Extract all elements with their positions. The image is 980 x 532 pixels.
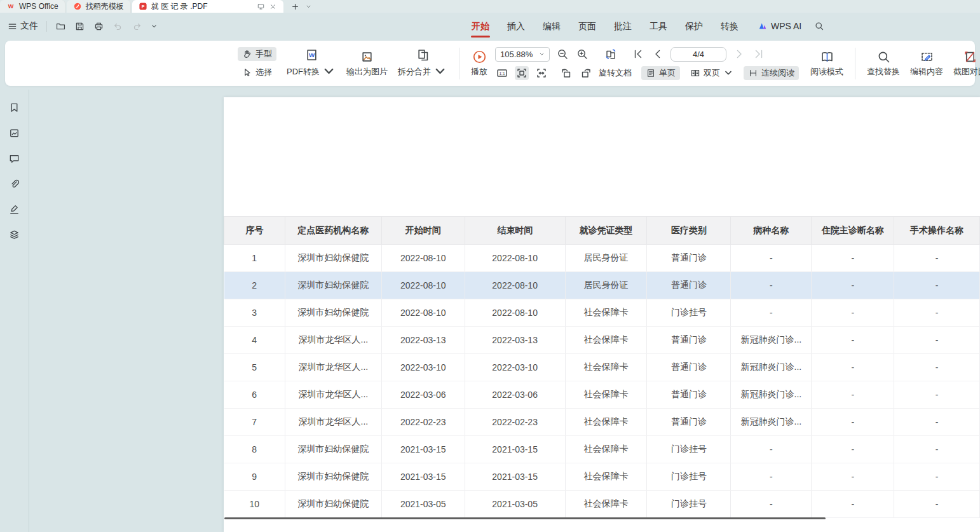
comment-icon[interactable]	[8, 153, 20, 165]
close-tab-icon[interactable]	[269, 3, 277, 11]
menu-bar: 文件 开始插入编辑页面批注工具保护转换 WPS AI	[0, 13, 980, 39]
file-menu-button[interactable]: 文件	[8, 20, 38, 32]
thumbnail-icon[interactable]	[8, 127, 20, 139]
table-cell: 3	[224, 299, 285, 327]
wps-ai-icon	[758, 21, 768, 31]
actual-size-icon[interactable]: 1:1	[495, 66, 509, 80]
find-replace-button[interactable]: 查找替换	[862, 50, 905, 78]
zoom-in-icon[interactable]	[575, 47, 589, 61]
table-cell: 普通门诊	[647, 272, 731, 299]
menu-item[interactable]: 编辑	[534, 13, 569, 39]
table-cell: -	[894, 409, 980, 436]
export-image-button[interactable]: 输出为图片	[341, 50, 393, 78]
ribbon-search-icon[interactable]	[814, 21, 824, 31]
rotate-left-icon[interactable]	[559, 66, 573, 80]
previous-page-icon[interactable]	[651, 47, 665, 61]
table-cell: 深圳市妇幼保健院	[285, 491, 381, 518]
table-cell: -	[812, 327, 894, 354]
table-cell: -	[894, 463, 980, 491]
layers-icon[interactable]	[8, 229, 20, 241]
horizontal-scrollbar[interactable]	[224, 517, 826, 519]
fit-width-icon[interactable]	[534, 66, 548, 80]
table-cell: 2021-03-15	[465, 436, 565, 463]
select-tool-button[interactable]: 选择	[238, 65, 276, 79]
last-page-icon[interactable]	[752, 47, 766, 61]
pdf-convert-button[interactable]: W PDF转换	[282, 48, 341, 79]
zoom-value: 105.88%	[500, 50, 533, 59]
first-page-icon[interactable]	[631, 47, 645, 61]
quick-access-chevron-icon[interactable]	[151, 23, 158, 30]
table-cell: 5	[224, 354, 285, 381]
redo-icon[interactable]	[132, 21, 142, 32]
table-cell: 2021-03-15	[381, 463, 465, 491]
table-cell: -	[731, 491, 812, 518]
save-icon[interactable]	[74, 21, 85, 32]
play-button[interactable]: 播放	[466, 50, 493, 78]
tab-docer-templates[interactable]: 找稻壳模板	[67, 0, 131, 13]
content-area: 序号定点医药机构名称开始时间结束时间就诊凭证类型医疗类别病种名称住院主诊断名称手…	[0, 90, 980, 532]
bookmark-icon[interactable]	[8, 102, 20, 114]
tab-bar: W WPS Office 找稻壳模板 P 就 医 记 录 .PDF	[0, 0, 980, 13]
table-cell: 普通门诊	[647, 381, 731, 409]
screenshot-compare-button[interactable]: 截图对比	[948, 50, 980, 78]
table-cell: 2	[224, 272, 285, 299]
attachment-icon[interactable]	[8, 178, 20, 190]
table-cell: 2022-03-10	[465, 354, 565, 381]
menu-item[interactable]: 批注	[605, 13, 641, 39]
export-image-label: 输出为图片	[346, 66, 388, 78]
table-cell: 社会保障卡	[565, 463, 647, 491]
find-replace-label: 查找替换	[867, 66, 900, 78]
page-flip-icon[interactable]	[604, 47, 618, 61]
zoom-out-icon[interactable]	[555, 47, 569, 61]
next-page-icon[interactable]	[732, 47, 746, 61]
wps-logo-icon: W	[6, 2, 15, 11]
play-label: 播放	[471, 66, 487, 78]
table-cell: 深圳市妇幼保健院	[285, 272, 381, 299]
print-icon[interactable]	[93, 21, 104, 32]
table-cell: -	[731, 436, 812, 463]
table-cell: -	[812, 463, 894, 491]
menu-item[interactable]: 开始	[463, 13, 498, 39]
ribbon-tabs: 开始插入编辑页面批注工具保护转换 WPS AI	[463, 13, 824, 39]
table-cell: -	[894, 381, 980, 409]
monitor-icon[interactable]	[257, 3, 265, 11]
menu-item[interactable]: 页面	[569, 13, 605, 39]
tab-wps-office[interactable]: W WPS Office	[0, 0, 65, 13]
table-cell: 普通门诊	[647, 245, 731, 272]
split-merge-button[interactable]: 拆分合并	[393, 48, 453, 79]
column-header: 就诊凭证类型	[565, 217, 647, 245]
continuous-read-button[interactable]: 连续阅读	[744, 66, 799, 80]
pdf-page[interactable]: 序号定点医药机构名称开始时间结束时间就诊凭证类型医疗类别病种名称住院主诊断名称手…	[224, 97, 980, 532]
table-row: 1深圳市妇幼保健院2022-08-102022-08-10居民身份证普通门诊--…	[224, 245, 980, 272]
table-cell: 深圳市妇幼保健院	[285, 436, 381, 463]
menu-item[interactable]: 插入	[498, 13, 534, 39]
column-header: 手术操作名称	[894, 217, 980, 245]
table-cell: 2022-02-23	[381, 409, 465, 436]
double-page-button[interactable]: 双页	[686, 66, 738, 80]
tab-list-chevron-icon[interactable]	[306, 4, 311, 10]
new-tab-icon[interactable]	[291, 3, 299, 11]
open-file-icon[interactable]	[55, 21, 66, 32]
svg-text:P: P	[141, 4, 144, 9]
fit-page-icon[interactable]	[515, 66, 529, 80]
signature-icon[interactable]	[8, 203, 20, 215]
table-cell: 9	[224, 463, 285, 491]
book-icon	[820, 50, 834, 64]
menu-item[interactable]: 工具	[641, 13, 676, 39]
menu-item[interactable]: 转换	[712, 13, 747, 39]
tab-document[interactable]: P 就 医 记 录 .PDF	[132, 0, 283, 13]
table-cell: 10	[224, 491, 285, 518]
divider	[46, 21, 47, 32]
undo-icon[interactable]	[112, 21, 123, 32]
zoom-level-select[interactable]: 105.88%	[495, 47, 550, 62]
single-page-button[interactable]: 单页	[641, 66, 680, 80]
menu-item[interactable]: 保护	[676, 13, 712, 39]
rotate-right-icon[interactable]	[579, 66, 593, 80]
edit-content-button[interactable]: 编辑内容	[905, 50, 948, 78]
tab-label: 就 医 记 录 .PDF	[151, 1, 208, 12]
read-mode-button[interactable]: 阅读模式	[805, 50, 848, 78]
wps-ai-button[interactable]: WPS AI	[758, 21, 801, 31]
hand-tool-button[interactable]: 手型	[238, 47, 276, 61]
page-number-input[interactable]: 4/4	[670, 47, 726, 62]
single-page-label: 单页	[659, 67, 676, 79]
